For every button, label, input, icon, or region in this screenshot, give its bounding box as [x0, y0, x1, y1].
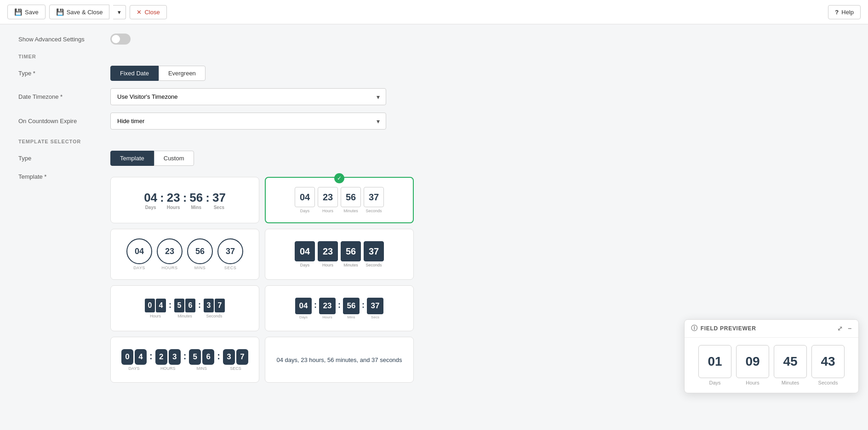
timer-inline-secs: 37 Secs: [367, 298, 383, 319]
fp-info-icon: ⓘ: [691, 324, 698, 333]
timer-round-mins: 5 6 MINS: [189, 349, 214, 371]
timer-circle-secs: 37 SECS: [217, 238, 243, 270]
advanced-settings-row: Show Advanced Settings: [18, 34, 533, 45]
timer-inline-dark: 04 Days : 23 Hours : 56 Mins : 3: [295, 298, 383, 319]
type-toggle-group: Fixed Date Evergreen: [110, 66, 206, 81]
template-type-row: Type Template Custom: [18, 151, 533, 166]
timer-plain-mins: 56 Mins: [189, 191, 203, 210]
type-label: Type *: [18, 70, 110, 77]
expire-select[interactable]: Hide timer: [110, 113, 386, 130]
template-button[interactable]: Template: [110, 151, 154, 166]
save-icon: 💾: [14, 8, 22, 16]
fp-hours-label: Hours: [746, 380, 759, 385]
timezone-row: Date Timezone * Use Visitor's Timezone ▾: [18, 88, 533, 105]
timer-box-dark-days: 04 Days: [295, 241, 315, 267]
timer-plain-secs: 37 Secs: [212, 191, 226, 210]
fp-hours-value: 09: [736, 345, 769, 378]
template-label: Template *: [18, 173, 110, 180]
close-button[interactable]: ✕ Close: [130, 5, 166, 19]
template-selector-row: Template * 04 Days : 23 Hours : 56: [18, 173, 533, 383]
fp-days: 01 Days: [698, 345, 731, 385]
question-icon: ?: [835, 9, 839, 16]
timer-section-header: TIMER: [18, 54, 533, 59]
help-button[interactable]: ? Help: [828, 5, 861, 19]
timer-circle-mins: 56 MINS: [187, 238, 213, 270]
template-card-box-light[interactable]: ✓ 04 Days 23 Hours 56 Minutes: [265, 177, 414, 223]
template-card-flip-light[interactable]: 0 4 Hours : 5 6 Minutes :: [110, 285, 259, 331]
fp-expand-icon[interactable]: ⤢: [837, 325, 843, 332]
expire-label: On Countdown Expire: [18, 118, 110, 124]
template-grid: 04 Days : 23 Hours : 56 Mins : 3: [110, 177, 414, 383]
template-card-box-dark[interactable]: 04 Days 23 Hours 56 Minutes 37 Seconds: [265, 229, 414, 280]
toolbar: 💾 Save 💾 Save & Close ▾ ✕ Close ? Help: [0, 0, 868, 24]
timezone-select-wrapper: Use Visitor's Timezone ▾: [110, 88, 386, 105]
fp-seconds: 43 Seconds: [811, 345, 845, 385]
fp-body: 01 Days 09 Hours 45 Minutes 43 Seconds: [685, 338, 858, 393]
fp-seconds-value: 43: [811, 345, 845, 378]
expire-row: On Countdown Expire Hide timer ▾: [18, 113, 533, 130]
fp-minimize-icon[interactable]: −: [848, 325, 852, 332]
template-type-toggle-group: Template Custom: [110, 151, 194, 166]
timer-plain-hours: 23 Hours: [167, 191, 180, 210]
timezone-label: Date Timezone *: [18, 93, 110, 100]
save-button[interactable]: 💾 Save: [7, 5, 46, 19]
main-content: Show Advanced Settings TIMER Type * Fixe…: [0, 24, 552, 399]
timer-flip-hours: 0 4 Hours: [145, 299, 166, 318]
timer-round-flip: 0 4 DAYS : 2 3 HOURS :: [121, 349, 248, 371]
timer-box-hours: 23 Hours: [318, 187, 338, 213]
template-card-circle-light[interactable]: 04 DAYS 23 HOURS 56 MINS 37 SECS: [110, 229, 259, 280]
close-icon: ✕: [137, 9, 142, 16]
advanced-settings-label: Show Advanced Settings: [18, 36, 110, 43]
template-card-inline-dark[interactable]: 04 Days : 23 Hours : 56 Mins : 3: [265, 285, 414, 331]
fp-days-label: Days: [709, 380, 720, 385]
fp-hours: 09 Hours: [736, 345, 769, 385]
timer-inline-days: 04 Days: [295, 298, 312, 319]
timer-inline-hours: 23 Hours: [319, 298, 336, 319]
timer-flip-mins: 5 6 Minutes: [174, 299, 195, 318]
template-card-round-flip[interactable]: 0 4 DAYS : 2 3 HOURS :: [110, 337, 259, 383]
timer-plain-days: 04 Days: [144, 191, 157, 210]
type-row: Type * Fixed Date Evergreen: [18, 66, 533, 81]
timer-box-mins: 56 Minutes: [341, 187, 361, 213]
timer-box-days: 04 Days: [295, 187, 315, 213]
timer-box-dark-secs: 37 Seconds: [364, 241, 384, 267]
fp-header: ⓘ FIELD PREVIEWER ⤢ −: [685, 320, 858, 338]
template-card-text[interactable]: 04 days, 23 hours, 56 minutes, and 37 se…: [265, 337, 414, 383]
save-close-icon: 💾: [56, 8, 64, 16]
timer-round-days: 0 4 DAYS: [121, 349, 147, 371]
toggle-slider: [110, 34, 131, 45]
timer-circle-days: 04 DAYS: [126, 238, 152, 270]
timer-inline-mins: 56 Mins: [343, 298, 360, 319]
custom-button[interactable]: Custom: [154, 151, 194, 166]
save-close-button[interactable]: 💾 Save & Close: [49, 5, 110, 19]
timer-text: 04 days, 23 hours, 56 minutes, and 37 se…: [276, 356, 402, 363]
timer-box-dark: 04 Days 23 Hours 56 Minutes 37 Seconds: [295, 241, 384, 267]
evergreen-button[interactable]: Evergreen: [159, 66, 206, 81]
fp-title: FIELD PREVIEWER: [701, 325, 756, 332]
expire-select-wrapper: Hide timer ▾: [110, 113, 386, 130]
fp-minutes: 45 Minutes: [774, 345, 807, 385]
field-previewer: ⓘ FIELD PREVIEWER ⤢ − 01 Days 09 Hours 4…: [684, 319, 859, 393]
timer-circle-light: 04 DAYS 23 HOURS 56 MINS 37 SECS: [126, 238, 243, 270]
timer-circle-hours: 23 HOURS: [157, 238, 183, 270]
timer-round-secs: 3 7 SECS: [223, 349, 248, 371]
fp-days-value: 01: [698, 345, 731, 378]
dropdown-button[interactable]: ▾: [113, 5, 126, 19]
timer-box-secs: 37 Seconds: [364, 187, 384, 213]
fixed-date-button[interactable]: Fixed Date: [110, 66, 159, 81]
timer-box-light: 04 Days 23 Hours 56 Minutes 37 Seconds: [295, 187, 384, 213]
timezone-select[interactable]: Use Visitor's Timezone: [110, 88, 386, 105]
timer-plain: 04 Days : 23 Hours : 56 Mins : 3: [144, 191, 226, 210]
timer-flip-light: 0 4 Hours : 5 6 Minutes :: [145, 299, 225, 318]
template-card-plain[interactable]: 04 Days : 23 Hours : 56 Mins : 3: [110, 177, 259, 223]
timer-flip-secs: 3 7 Seconds: [204, 299, 225, 318]
fp-minutes-label: Minutes: [782, 380, 799, 385]
advanced-settings-toggle[interactable]: [110, 34, 131, 45]
timer-round-hours: 2 3 HOURS: [155, 349, 181, 371]
template-section-header: TEMPLATE SELECTOR: [18, 139, 533, 144]
template-type-label: Type: [18, 155, 110, 162]
fp-seconds-label: Seconds: [818, 380, 838, 385]
selected-check-icon: ✓: [334, 173, 344, 183]
fp-minutes-value: 45: [774, 345, 807, 378]
timer-box-dark-mins: 56 Minutes: [341, 241, 361, 267]
